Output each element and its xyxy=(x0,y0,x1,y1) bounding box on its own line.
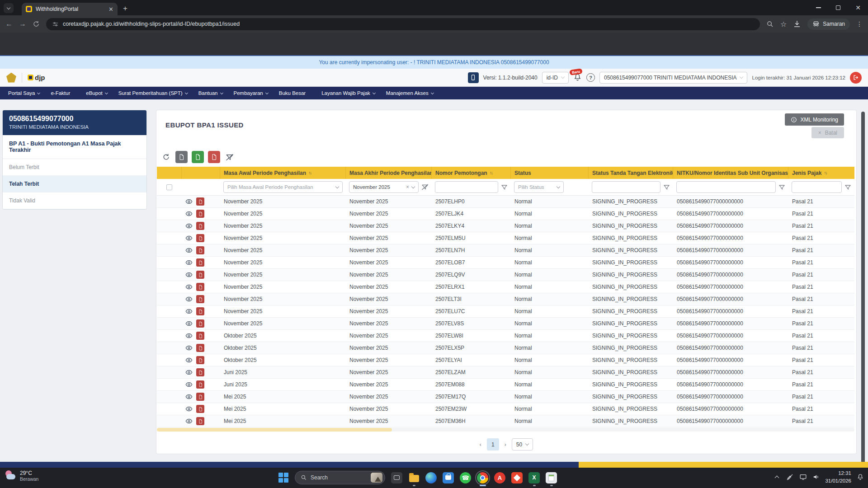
tray-chevron-icon[interactable] xyxy=(773,473,781,481)
jenis-pajak-filter-input[interactable] xyxy=(792,181,842,193)
download-pdf-icon[interactable] xyxy=(196,344,204,352)
taskbar-search[interactable]: Search xyxy=(295,471,385,484)
view-eye-icon[interactable] xyxy=(185,357,193,364)
help-icon[interactable]: ? xyxy=(586,73,595,82)
next-page-button[interactable]: › xyxy=(505,441,506,448)
file-explorer-icon[interactable] xyxy=(408,472,420,483)
back-icon[interactable]: ← xyxy=(5,20,13,28)
start-button[interactable] xyxy=(278,472,289,483)
incognito-badge[interactable]: Samaran xyxy=(807,19,850,30)
taskbar-clock[interactable]: 12:31 31/01/2026 xyxy=(825,469,851,484)
nav-item[interactable]: Manajemen Akses xyxy=(386,90,434,96)
view-eye-icon[interactable] xyxy=(185,332,193,339)
view-eye-icon[interactable] xyxy=(185,222,193,230)
table-row[interactable]: November 2025 November 2025 2507ELJK4 No… xyxy=(157,208,854,220)
download-pdf-icon[interactable] xyxy=(196,307,204,315)
download-pdf-icon[interactable] xyxy=(196,380,204,389)
sort-icon[interactable]: ↑↓ xyxy=(824,170,826,175)
sidebar-item[interactable]: Telah Terbit xyxy=(3,176,146,192)
download-pdf-icon[interactable] xyxy=(196,222,204,230)
view-eye-icon[interactable] xyxy=(185,283,193,291)
column-header[interactable]: Nomor Pemotongan ↑↓ xyxy=(432,167,511,179)
volume-icon[interactable] xyxy=(812,473,820,481)
column-header[interactable]: Jenis Pajak ↑↓ xyxy=(788,167,854,179)
view-eye-icon[interactable] xyxy=(185,344,193,352)
table-row[interactable]: Oktober 2025 November 2025 2507ELX5P Nor… xyxy=(157,342,854,354)
cancel-button[interactable]: × Batal xyxy=(811,127,844,138)
view-eye-icon[interactable] xyxy=(185,210,193,217)
download-pdf-icon[interactable] xyxy=(196,295,204,303)
view-eye-icon[interactable] xyxy=(185,369,193,376)
funnel-icon[interactable] xyxy=(778,184,785,191)
status-select[interactable]: Pilih Status xyxy=(514,181,564,193)
view-eye-icon[interactable] xyxy=(185,418,193,425)
masa-awal-select[interactable]: Pilih Masa Awal Periode Penghasilan xyxy=(223,181,343,193)
sidebar-item[interactable]: Belum Terbit xyxy=(3,159,146,176)
view-eye-icon[interactable] xyxy=(185,235,193,242)
download-pdf-icon[interactable] xyxy=(196,393,204,401)
pen-disabled-icon[interactable] xyxy=(786,473,794,481)
notifications-bell[interactable]: Baru xyxy=(573,73,582,82)
minimize-button[interactable] xyxy=(808,0,828,15)
view-eye-icon[interactable] xyxy=(185,405,193,413)
column-header[interactable]: Status Tanda Tangan Elektronik... ↑↓ xyxy=(589,167,673,179)
download-pdf-icon[interactable] xyxy=(196,271,204,279)
new-tab-button[interactable]: + xyxy=(123,4,127,13)
browser-tab[interactable]: WithholdingPortal ✕ xyxy=(22,3,118,15)
spreadsheet-app-icon[interactable]: X xyxy=(528,472,540,483)
view-eye-icon[interactable] xyxy=(185,320,193,327)
column-header[interactable]: Masa Awal Periode Penghasilan ↑↓ xyxy=(220,167,346,179)
maximize-button[interactable] xyxy=(828,0,848,15)
mobile-app-icon[interactable] xyxy=(468,72,479,83)
site-info-icon[interactable] xyxy=(52,21,59,28)
letter-a-app-icon[interactable]: A xyxy=(494,472,505,483)
display-icon[interactable] xyxy=(799,473,807,481)
notepad-app-icon[interactable] xyxy=(546,472,557,483)
download-pdf-icon[interactable] xyxy=(196,332,204,340)
search-highlight-image[interactable] xyxy=(371,473,382,483)
view-eye-icon[interactable] xyxy=(185,296,193,303)
close-button[interactable]: ✕ xyxy=(848,0,868,15)
table-row[interactable]: November 2025 November 2025 2507ELHP0 No… xyxy=(157,196,854,208)
sort-icon[interactable]: ↑↓ xyxy=(490,170,492,175)
page-size-select[interactable]: 50 xyxy=(512,438,533,450)
nav-item[interactable]: Bantuan xyxy=(198,90,223,96)
download-pdf-icon[interactable] xyxy=(196,258,204,267)
edge-icon[interactable] xyxy=(425,472,437,483)
table-row[interactable]: November 2025 November 2025 2507ELU7C No… xyxy=(157,305,854,318)
diamond-app-icon[interactable] xyxy=(511,472,523,483)
tab-close-icon[interactable]: ✕ xyxy=(108,6,113,13)
search-icon[interactable] xyxy=(766,20,774,28)
nav-item[interactable]: Portal Saya xyxy=(8,90,40,96)
store-icon[interactable] xyxy=(443,472,454,483)
forward-icon[interactable]: → xyxy=(19,20,26,28)
vertical-scrollbar[interactable] xyxy=(861,112,865,465)
tte-status-filter-input[interactable] xyxy=(592,181,660,193)
taskbar-weather-widget[interactable]: 29°C Berawan xyxy=(5,470,38,482)
language-select[interactable]: id-ID xyxy=(542,72,569,84)
table-row[interactable]: November 2025 November 2025 2507ELN7H No… xyxy=(157,244,854,257)
table-row[interactable]: Juni 2025 November 2025 2507EM088 Normal… xyxy=(157,379,854,391)
nav-item[interactable]: Layanan Wajib Pajak xyxy=(321,90,375,96)
downloads-icon[interactable] xyxy=(793,20,801,28)
chrome-icon[interactable] xyxy=(477,472,488,483)
browser-menu-icon[interactable]: ⋮ xyxy=(856,20,863,28)
download-pdf-icon[interactable] xyxy=(196,283,204,291)
view-eye-icon[interactable] xyxy=(185,308,193,315)
download-pdf-icon[interactable] xyxy=(196,234,204,242)
table-row[interactable]: November 2025 November 2025 2507ELKY4 No… xyxy=(157,220,854,232)
prev-page-button[interactable]: ‹ xyxy=(480,441,481,448)
notification-bell-icon[interactable] xyxy=(856,473,864,481)
table-row[interactable]: Oktober 2025 November 2025 2507ELW8I Nor… xyxy=(157,330,854,342)
view-eye-icon[interactable] xyxy=(185,271,193,278)
table-row[interactable]: November 2025 November 2025 2507ELV8S No… xyxy=(157,318,854,330)
view-eye-icon[interactable] xyxy=(185,381,193,388)
table-row[interactable]: Mei 2025 November 2025 2507EM36H Normal … xyxy=(157,415,854,427)
download-pdf-icon[interactable] xyxy=(196,356,204,364)
nitku-filter-input[interactable] xyxy=(676,181,776,193)
download-pdf-icon[interactable] xyxy=(196,210,204,218)
nomor-pemotongan-filter-input[interactable] xyxy=(435,181,498,193)
tab-search-caret[interactable] xyxy=(4,3,14,13)
export-pdf-button[interactable] xyxy=(208,151,220,163)
nav-item[interactable]: e-Faktur xyxy=(51,90,75,96)
